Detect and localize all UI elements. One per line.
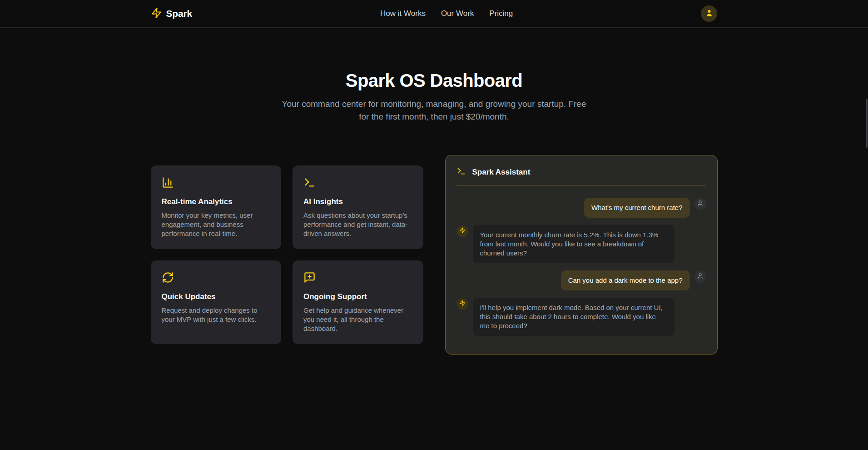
assistant-panel-title: Spark Assistant [472,168,531,177]
zap-icon [151,7,162,20]
chat-message-assistant: Your current monthly churn rate is 5.2%.… [456,225,706,263]
brand-logo[interactable]: Spark [151,7,192,20]
zap-icon [459,227,466,235]
refresh-icon [162,271,271,285]
assistant-avatar [456,298,468,310]
page-subtitle: Your command center for monitoring, mana… [278,98,591,123]
nav-link-our-work[interactable]: Our Work [441,9,474,18]
assistant-panel: Spark Assistant What's my current churn … [445,155,718,355]
assistant-avatar [456,225,468,237]
feature-card-quick-updates: Quick Updates Request and deploy changes… [151,260,282,344]
feature-card-ai-insights: AI Insights Ask questions about your sta… [293,165,423,249]
message-square-plus-icon [303,271,412,285]
user-icon [697,200,704,209]
hero-section: Spark OS Dashboard Your command center f… [0,28,868,123]
feature-description: Get help and guidance whenever you need … [303,306,412,333]
bar-chart-icon [162,176,271,190]
terminal-icon [456,166,466,178]
user-avatar [694,198,706,210]
feature-card-ongoing-support: Ongoing Support Get help and guidance wh… [293,260,423,344]
chat-message-user: Can you add a dark mode to the app? [456,270,706,290]
nav-links: How it Works Our Work Pricing [380,9,513,18]
feature-card-realtime-analytics: Real-time Analytics Monitor your key met… [151,165,282,249]
feature-description: Monitor your key metrics, user engagemen… [162,211,271,238]
user-icon [697,273,704,281]
feature-title: Quick Updates [162,292,271,301]
chat-message-assistant: I'll help you implement dark mode. Based… [456,298,706,336]
user-icon [705,9,714,19]
user-avatar [694,271,706,283]
assistant-panel-header: Spark Assistant [456,166,706,186]
feature-title: Real-time Analytics [162,197,271,206]
chat-messages: What's my current churn rate? Your curre… [456,198,706,336]
nav-link-pricing[interactable]: Pricing [489,9,513,18]
zap-icon [459,300,466,308]
user-message-bubble: Can you add a dark mode to the app? [561,270,690,290]
user-message-bubble: What's my current churn rate? [584,198,689,218]
feature-title: AI Insights [303,197,412,206]
terminal-icon [303,176,412,190]
feature-title: Ongoing Support [303,292,412,301]
assistant-message-bubble: I'll help you implement dark mode. Based… [473,298,675,336]
vertical-scrollbar[interactable] [866,99,868,148]
page-title: Spark OS Dashboard [0,70,868,91]
feature-cards: Real-time Analytics Monitor your key met… [151,165,423,344]
account-avatar-button[interactable] [701,5,717,22]
assistant-message-bubble: Your current monthly churn rate is 5.2%.… [473,225,675,263]
main-content: Real-time Analytics Monitor your key met… [151,155,718,355]
chat-message-user: What's my current churn rate? [456,198,706,218]
feature-description: Ask questions about your startup's perfo… [303,211,412,238]
brand-name: Spark [166,8,192,19]
nav-link-how-it-works[interactable]: How it Works [380,9,426,18]
feature-description: Request and deploy changes to your MVP w… [162,306,271,324]
navbar: Spark How it Works Our Work Pricing [0,0,868,28]
